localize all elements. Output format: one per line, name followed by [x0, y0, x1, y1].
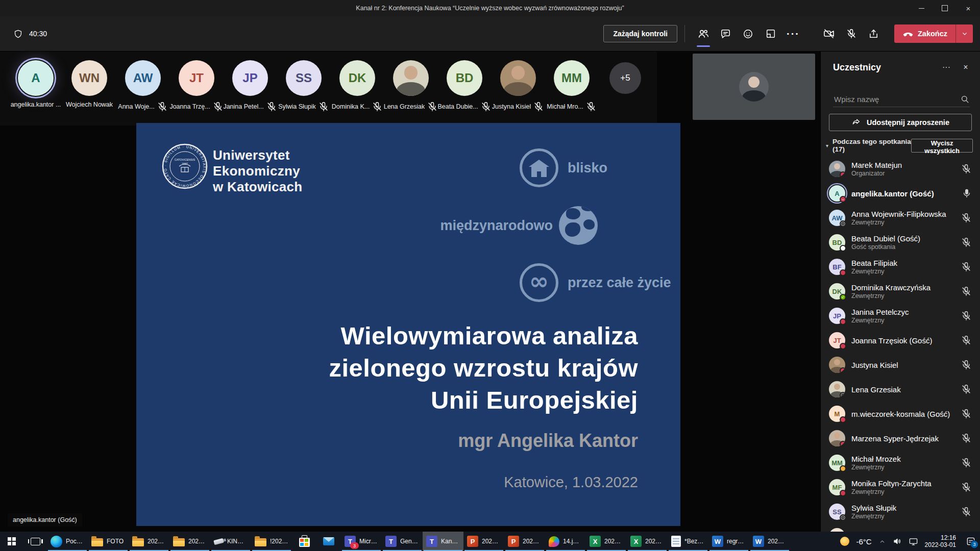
participant-row[interactable]: A– angelika.kantor (Gość): [821, 181, 980, 206]
participant-row[interactable]: MM Michał MrozekZewnętrzny: [821, 450, 980, 475]
participant-row[interactable]: Justyna Kisiel: [821, 353, 980, 377]
taskbar-folder-button[interactable]: 2022_...: [129, 532, 169, 551]
task-view-button[interactable]: [23, 532, 47, 551]
network-button[interactable]: [909, 537, 918, 546]
taskbar-excel-button[interactable]: X2022_...: [586, 532, 627, 551]
mic-off-icon[interactable]: [961, 482, 972, 493]
weather-sun-icon[interactable]: [840, 537, 849, 546]
mic-off-icon[interactable]: [961, 163, 972, 174]
mic-off-icon[interactable]: [961, 261, 972, 272]
mic-off-icon[interactable]: [961, 457, 972, 468]
weather-temp[interactable]: -6°C: [856, 537, 871, 546]
maximize-button[interactable]: [933, 0, 957, 16]
taskbar-teams-button[interactable]: TKanał ...: [423, 532, 463, 551]
taskbar-store-button[interactable]: [292, 532, 316, 551]
taskbar-folder-button[interactable]: 2022_...: [169, 532, 210, 551]
taskbar-usb-button[interactable]: KINGS...: [210, 532, 251, 551]
taskbar-teams-button[interactable]: TGener...: [382, 532, 423, 551]
powerpoint-icon: P: [508, 536, 519, 547]
close-button[interactable]: ×: [957, 0, 980, 16]
leave-button[interactable]: Zakończ: [894, 24, 955, 43]
participant-row[interactable]: DK✓ Dominika KrawczyńskaZewnętrzny: [821, 279, 980, 304]
start-button[interactable]: [0, 532, 23, 551]
minimize-button[interactable]: [910, 0, 933, 16]
strip-participant[interactable]: JP Janina Petel...: [232, 52, 268, 126]
edge-icon: [51, 536, 62, 547]
presenter-video-tile[interactable]: [693, 54, 815, 120]
strip-overflow[interactable]: +5: [607, 52, 643, 126]
mic-off-icon[interactable]: [961, 506, 972, 517]
hidden-icons-button[interactable]: [878, 538, 886, 545]
participant-row[interactable]: Marek MatejunOrganizator: [821, 157, 980, 181]
svg-text:CATOVICENSIS: CATOVICENSIS: [175, 158, 195, 161]
caret-down-icon[interactable]: ▾: [826, 143, 828, 148]
taskbar-powerpoint-button[interactable]: P2022_...: [504, 532, 545, 551]
mic-off-icon[interactable]: [961, 212, 972, 223]
mic-off-icon[interactable]: [961, 237, 972, 248]
camera-toggle-button[interactable]: [818, 22, 840, 45]
taskbar-word-button[interactable]: W2020_...: [749, 532, 790, 551]
powerpoint-icon: P: [467, 536, 478, 547]
participant-row[interactable]: Marzena Syper-Jędrzejak: [821, 426, 980, 450]
search-input[interactable]: [833, 94, 960, 104]
panel-close-button[interactable]: ×: [958, 60, 974, 75]
taskbar-mail-button[interactable]: [316, 532, 341, 551]
reactions-button[interactable]: [737, 22, 760, 45]
taskbar-clock[interactable]: 12:16 2022-03-01: [925, 534, 956, 548]
participants-button[interactable]: [692, 22, 715, 45]
mute-all-button[interactable]: Wycisz wszystkich: [911, 139, 973, 153]
share-invite-button[interactable]: Udostępnij zaproszenie: [829, 114, 972, 131]
mic-off-icon[interactable]: [961, 384, 972, 395]
mic-off-icon[interactable]: [961, 286, 972, 297]
taskbar-teams-button[interactable]: T3Micro...: [341, 532, 382, 551]
taskbar-photos-button[interactable]: 14.jpg...: [545, 532, 586, 551]
participant-row[interactable]: JP Janina PetelczycZewnętrzny: [821, 304, 980, 328]
participant-row[interactable]: MF Monika Foltyn-ZarychtaZewnętrzny: [821, 475, 980, 499]
participant-row[interactable]: BD Beata Dubiel (Gość)Gość spotkania: [821, 230, 980, 255]
mic-on-icon[interactable]: [962, 188, 972, 198]
strip-participant[interactable]: A angelika.kantor ...: [18, 52, 54, 126]
strip-participant[interactable]: MM Michał Mro...: [554, 52, 590, 126]
panel-more-button[interactable]: ···: [938, 60, 954, 75]
mic-toggle-button[interactable]: [840, 22, 863, 45]
taskbar-word-button[interactable]: Wregres...: [708, 532, 749, 551]
participant-row[interactable]: × Lena Grzesiak: [821, 377, 980, 402]
action-center-button[interactable]: 3: [966, 536, 976, 546]
toolbar-actions: Zażądaj kontroli ··· Zakończ: [603, 22, 980, 45]
mic-off-icon[interactable]: [961, 433, 972, 444]
taskbar-app-label: *Bez t...: [684, 538, 705, 545]
taskbar-excel-button[interactable]: X2022_...: [627, 532, 668, 551]
taskbar-app-label: 2022_...: [148, 538, 166, 545]
taskbar-folder-button[interactable]: FOTO: [88, 532, 129, 551]
request-control-button[interactable]: Zażądaj kontroli: [603, 25, 677, 42]
strip-participant[interactable]: DK Dominika K...: [339, 52, 375, 126]
participant-row[interactable]: [821, 524, 980, 532]
share-button[interactable]: [863, 22, 885, 45]
leave-options-button[interactable]: [955, 24, 973, 43]
participant-row[interactable]: BF Beata FilipiakZewnętrzny: [821, 255, 980, 279]
strip-participant[interactable]: SS Sylwia Słupik: [286, 52, 322, 126]
excel-icon: X: [630, 536, 642, 547]
participant-row[interactable]: AW× Anna Wojewnik-FilipkowskaZewnętrzny: [821, 206, 980, 230]
strip-participant[interactable]: WN Wojciech Nowak: [71, 52, 107, 126]
strip-participant[interactable]: JT Joanna Trzę...: [179, 52, 214, 126]
mic-off-icon[interactable]: [961, 335, 972, 346]
strip-participant[interactable]: Justyna Kisiel: [500, 52, 536, 126]
more-actions-button[interactable]: ···: [782, 22, 804, 45]
breakout-rooms-button[interactable]: [760, 22, 782, 45]
strip-participant[interactable]: BD Beata Dubie...: [447, 52, 482, 126]
mic-off-icon[interactable]: [961, 359, 972, 370]
chat-button[interactable]: [715, 22, 737, 45]
taskbar-edge-button[interactable]: Poczt...: [47, 532, 88, 551]
taskbar-notepad-button[interactable]: *Bez t...: [668, 532, 708, 551]
mic-off-icon[interactable]: [961, 310, 972, 321]
mic-off-icon[interactable]: [961, 408, 972, 419]
strip-participant[interactable]: Lena Grzesiak: [393, 52, 429, 126]
participant-row[interactable]: SS× Sylwia SłupikZewnętrzny: [821, 499, 980, 524]
strip-participant[interactable]: AW Anna Woje...: [125, 52, 161, 126]
taskbar-folder-button[interactable]: !2020_...: [251, 532, 292, 551]
volume-button[interactable]: [893, 537, 902, 546]
taskbar-powerpoint-button[interactable]: P2022_...: [463, 532, 504, 551]
participant-row[interactable]: M m.wieczorek-kosmala (Gość): [821, 402, 980, 426]
participant-row[interactable]: JT Joanna Trzęsiok (Gość): [821, 328, 980, 353]
